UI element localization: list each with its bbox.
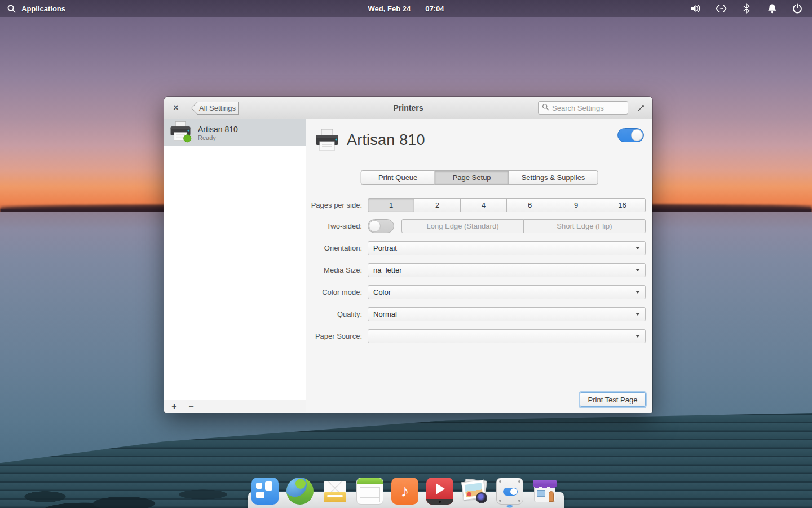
- applications-label: Applications: [21, 5, 65, 13]
- pages-option-4[interactable]: 4: [460, 198, 507, 212]
- chevron-down-icon: [636, 247, 640, 249]
- chevron-down-icon: [636, 291, 640, 294]
- paper-source-dropdown[interactable]: [368, 329, 646, 343]
- panel-date: Wed, Feb 24: [368, 5, 411, 13]
- pages-option-9[interactable]: 9: [553, 198, 599, 212]
- printer-status: Ready: [198, 134, 238, 141]
- orientation-label: Orientation:: [306, 244, 362, 252]
- titlebar[interactable]: × All Settings Printers: [164, 97, 652, 119]
- datetime[interactable]: Wed, Feb 24 07:04: [368, 5, 444, 13]
- printer-title: Artisan 810: [347, 132, 425, 149]
- dock-icon-photos[interactable]: [461, 478, 488, 505]
- pages-per-side-row: Pages per side: 1 2 4 6 9 16: [306, 198, 652, 212]
- short-edge-option[interactable]: Short Edge (Flip): [523, 219, 646, 233]
- dock-icon-web-browser[interactable]: [286, 478, 314, 505]
- tab-bar: Print Queue Page Setup Settings & Suppli…: [361, 170, 598, 185]
- top-panel: Applications Wed, Feb 24 07:04: [0, 0, 812, 17]
- pages-option-6[interactable]: 6: [506, 198, 553, 212]
- printer-list-sidebar: Artisan 810 Ready + −: [164, 119, 306, 412]
- window-title: Printers: [394, 97, 423, 119]
- print-test-page-button[interactable]: Print Test Page: [580, 392, 646, 407]
- printer-icon-large: [314, 127, 341, 156]
- color-mode-label: Color mode:: [306, 288, 362, 296]
- running-app-indicator: [506, 505, 513, 508]
- maximize-icon[interactable]: [636, 103, 646, 113]
- tab-page-setup[interactable]: Page Setup: [435, 170, 509, 185]
- color-mode-dropdown[interactable]: Color: [368, 285, 646, 299]
- media-size-dropdown[interactable]: na_letter: [368, 263, 646, 277]
- desktop: Applications Wed, Feb 24 07:04: [0, 0, 812, 508]
- printer-name: Artisan 810: [198, 125, 238, 134]
- sidebar-toolbar: + −: [164, 400, 306, 412]
- tab-print-queue[interactable]: Print Queue: [361, 170, 435, 185]
- media-size-value: na_letter: [373, 266, 402, 274]
- search-icon: [6, 3, 17, 14]
- search-input[interactable]: [552, 104, 620, 112]
- quality-value: Normal: [373, 310, 397, 318]
- applications-menu[interactable]: Applications: [0, 3, 65, 14]
- all-settings-back-button[interactable]: All Settings: [191, 102, 239, 115]
- paper-source-label: Paper Source:: [306, 332, 362, 340]
- two-sided-label: Two-sided:: [306, 222, 362, 230]
- printer-meta: Artisan 810 Ready: [198, 125, 238, 141]
- close-button[interactable]: ×: [171, 102, 181, 114]
- dock-icon-music[interactable]: ♪: [391, 478, 418, 505]
- dock-icon-videos[interactable]: [426, 478, 453, 505]
- notifications-icon[interactable]: [766, 3, 778, 14]
- dock-icon-appcenter[interactable]: [531, 478, 558, 505]
- dock-icon-calendar[interactable]: [356, 478, 383, 505]
- two-sided-toggle[interactable]: [368, 219, 394, 233]
- dock-icon-mail[interactable]: [321, 478, 348, 505]
- long-edge-option[interactable]: Long Edge (Standard): [401, 219, 524, 233]
- quality-row: Quality: Normal: [306, 307, 652, 321]
- color-mode-value: Color: [373, 288, 391, 296]
- network-icon[interactable]: [716, 3, 727, 14]
- chevron-down-icon: [636, 269, 640, 271]
- pages-option-16[interactable]: 16: [599, 198, 646, 212]
- search-icon: [542, 103, 549, 113]
- orientation-dropdown[interactable]: Portrait: [368, 241, 646, 255]
- tab-settings-supplies[interactable]: Settings & Supplies: [509, 170, 598, 185]
- printer-enabled-toggle[interactable]: [617, 128, 644, 142]
- two-sided-row: Two-sided: Long Edge (Standard) Short Ed…: [306, 219, 652, 233]
- volume-icon[interactable]: [690, 3, 701, 14]
- orientation-row: Orientation: Portrait: [306, 241, 652, 255]
- pages-per-side-label: Pages per side:: [306, 201, 362, 209]
- bluetooth-icon[interactable]: [741, 3, 752, 14]
- color-mode-row: Color mode: Color: [306, 285, 652, 299]
- quality-label: Quality:: [306, 310, 362, 318]
- printer-detail-pane: Artisan 810 Print Queue Page Setup Setti…: [306, 119, 652, 412]
- paper-source-row: Paper Source:: [306, 329, 652, 343]
- printers-settings-window: × All Settings Printers: [164, 97, 652, 413]
- printer-icon: [169, 120, 192, 146]
- media-size-label: Media Size:: [306, 266, 362, 274]
- dock-icon-multitasking-view[interactable]: [251, 478, 279, 505]
- back-button-label: All Settings: [199, 104, 236, 112]
- remove-printer-button[interactable]: −: [187, 401, 196, 411]
- power-icon[interactable]: [792, 3, 803, 14]
- orientation-value: Portrait: [373, 244, 397, 252]
- system-tray: [690, 3, 812, 14]
- quality-dropdown[interactable]: Normal: [368, 307, 646, 321]
- settings-search-field[interactable]: [538, 101, 628, 115]
- media-size-row: Media Size: na_letter: [306, 263, 652, 277]
- pages-option-2[interactable]: 2: [414, 198, 461, 212]
- two-sided-options: Long Edge (Standard) Short Edge (Flip): [401, 219, 646, 233]
- panel-time: 07:04: [425, 5, 444, 13]
- pages-option-1[interactable]: 1: [368, 198, 414, 212]
- printer-list-item[interactable]: Artisan 810 Ready: [164, 119, 306, 146]
- chevron-down-icon: [636, 335, 640, 338]
- add-printer-button[interactable]: +: [170, 401, 179, 411]
- pages-per-side-options: 1 2 4 6 9 16: [368, 198, 646, 212]
- chevron-down-icon: [636, 313, 640, 316]
- dock-icon-system-settings[interactable]: [496, 478, 523, 505]
